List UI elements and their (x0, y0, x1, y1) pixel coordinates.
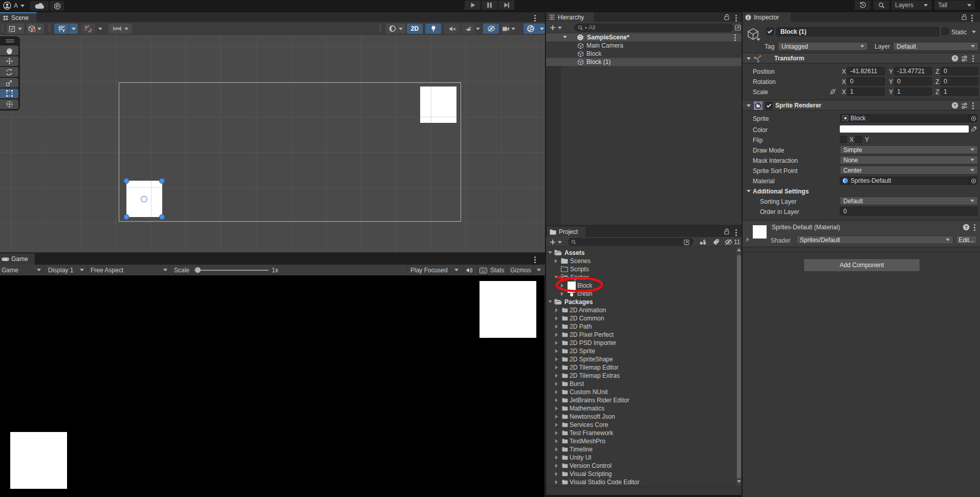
svg-text:?: ? (953, 55, 956, 61)
svg-text:?: ? (965, 224, 968, 230)
svg-text:Y: Y (62, 28, 65, 33)
svg-text:?: ? (953, 102, 956, 108)
